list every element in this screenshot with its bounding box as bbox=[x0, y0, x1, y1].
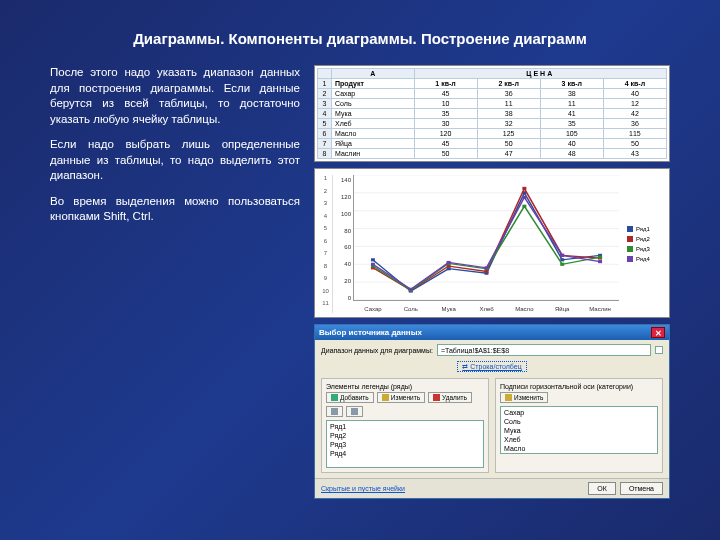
cancel-button[interactable]: Отмена bbox=[620, 482, 663, 495]
chart-plot-area: СахарСольМукаХлебМаслоЯйцаМаслин bbox=[353, 175, 619, 301]
header-cell: Продукт bbox=[332, 79, 415, 89]
range-label: Диапазон данных для диаграммы: bbox=[321, 347, 433, 354]
price-header: ЦЕНА bbox=[414, 69, 667, 79]
categories-listbox[interactable]: СахарСольМукаХлебМасло bbox=[500, 406, 658, 454]
cell: 45 bbox=[414, 139, 477, 149]
move-up-button[interactable] bbox=[326, 406, 343, 417]
legend-label: Ряд3 bbox=[636, 246, 650, 252]
move-down-button[interactable] bbox=[346, 406, 363, 417]
cell: 120 bbox=[414, 129, 477, 139]
legend-label: Ряд2 bbox=[636, 236, 650, 242]
chart-panel: 1234567891011 140120100806040200 СахарСо… bbox=[314, 168, 670, 318]
row-number: 4 bbox=[318, 109, 332, 119]
row-number: 6 bbox=[318, 129, 332, 139]
legend-group-label: Элементы легенды (ряды) bbox=[326, 383, 484, 390]
corner-cell bbox=[318, 69, 332, 79]
cell: Соль bbox=[332, 99, 415, 109]
hidden-cells-link[interactable]: Скрытые и пустые ячейки bbox=[321, 482, 405, 495]
svg-rect-26 bbox=[522, 205, 526, 208]
list-item[interactable]: Ряд1 bbox=[328, 422, 482, 431]
svg-rect-30 bbox=[409, 288, 413, 291]
paragraph: Во время выделения можно пользоваться кн… bbox=[50, 194, 300, 225]
list-item[interactable]: Мука bbox=[502, 426, 656, 435]
header-cell: 4 кв-л bbox=[603, 79, 666, 89]
cell: 12 bbox=[603, 99, 666, 109]
cell: 38 bbox=[477, 109, 540, 119]
cell: 45 bbox=[414, 89, 477, 99]
svg-rect-28 bbox=[598, 256, 602, 259]
arrow-up-icon bbox=[331, 408, 338, 415]
header-cell: 3 кв-л bbox=[540, 79, 603, 89]
cell: 40 bbox=[540, 139, 603, 149]
svg-rect-8 bbox=[371, 258, 375, 261]
close-icon[interactable]: ✕ bbox=[651, 327, 665, 338]
svg-rect-19 bbox=[522, 187, 526, 190]
svg-rect-27 bbox=[560, 263, 564, 266]
dialog-title: Выбор источника данных bbox=[319, 328, 422, 337]
svg-rect-29 bbox=[371, 263, 375, 266]
chart-legend: Ряд1Ряд2Ряд3Ряд4 bbox=[623, 175, 665, 313]
cell: 50 bbox=[414, 149, 477, 159]
list-item[interactable]: Сахар bbox=[502, 408, 656, 417]
cell: 47 bbox=[477, 149, 540, 159]
cell: Мука bbox=[332, 109, 415, 119]
svg-rect-31 bbox=[447, 261, 451, 264]
cell: 105 bbox=[540, 129, 603, 139]
svg-rect-32 bbox=[485, 266, 489, 269]
list-item[interactable]: Ряд2 bbox=[328, 431, 482, 440]
add-series-button[interactable]: Добавить bbox=[326, 392, 374, 403]
list-item[interactable]: Хлеб bbox=[502, 435, 656, 444]
list-item[interactable]: Ряд4 bbox=[328, 449, 482, 458]
legend-swatch-icon bbox=[627, 246, 633, 252]
cell: 115 bbox=[603, 129, 666, 139]
cell: 35 bbox=[540, 119, 603, 129]
cell: 32 bbox=[477, 119, 540, 129]
legend-swatch-icon bbox=[627, 256, 633, 262]
svg-rect-35 bbox=[598, 260, 602, 263]
cell: 35 bbox=[414, 109, 477, 119]
pencil-icon bbox=[505, 394, 512, 401]
edit-series-button[interactable]: Изменить bbox=[377, 392, 425, 403]
row-number: 5 bbox=[318, 119, 332, 129]
body-text: После этого надо указать диапазон данных… bbox=[50, 65, 300, 499]
switch-row-col-button[interactable]: ⇄ Строка/столбец bbox=[457, 361, 526, 372]
cell: Хлеб bbox=[332, 119, 415, 129]
series-listbox[interactable]: Ряд1Ряд2Ряд3Ряд4 bbox=[326, 420, 484, 468]
x-icon bbox=[433, 394, 440, 401]
range-input[interactable] bbox=[437, 344, 651, 356]
svg-rect-33 bbox=[522, 196, 526, 199]
spreadsheet-table: A ЦЕНА 1 Продукт 1 кв-л 2 кв-л 3 кв-л 4 … bbox=[314, 65, 670, 162]
cell: Сахар bbox=[332, 89, 415, 99]
svg-rect-18 bbox=[485, 270, 489, 273]
remove-series-button[interactable]: Удалить bbox=[428, 392, 472, 403]
header-cell: 1 кв-л bbox=[414, 79, 477, 89]
edit-categories-button[interactable]: Изменить bbox=[500, 392, 548, 403]
legend-swatch-icon bbox=[627, 226, 633, 232]
legend-swatch-icon bbox=[627, 236, 633, 242]
cell: 11 bbox=[540, 99, 603, 109]
ok-button[interactable]: ОК bbox=[588, 482, 616, 495]
row-number: 2 bbox=[318, 89, 332, 99]
paragraph: Если надо выбрать лишь определенные данн… bbox=[50, 137, 300, 184]
data-source-dialog: Выбор источника данных ✕ Диапазон данных… bbox=[314, 324, 670, 499]
list-item[interactable]: Масло bbox=[502, 444, 656, 453]
legend-label: Ряд4 bbox=[636, 256, 650, 262]
row-number: 8 bbox=[318, 149, 332, 159]
cell: Яйца bbox=[332, 139, 415, 149]
cell: 10 bbox=[414, 99, 477, 109]
range-picker-icon[interactable] bbox=[655, 346, 663, 354]
paragraph: После этого надо указать диапазон данных… bbox=[50, 65, 300, 127]
cell: 43 bbox=[603, 149, 666, 159]
chart-x-axis: СахарСольМукаХлебМаслоЯйцаМаслин bbox=[354, 306, 619, 312]
pencil-icon bbox=[382, 394, 389, 401]
list-item[interactable]: Соль bbox=[502, 417, 656, 426]
header-cell: 2 кв-л bbox=[477, 79, 540, 89]
cell: 36 bbox=[603, 119, 666, 129]
svg-rect-34 bbox=[560, 254, 564, 257]
cell: 125 bbox=[477, 129, 540, 139]
cell: 41 bbox=[540, 109, 603, 119]
cell: 30 bbox=[414, 119, 477, 129]
col-header: A bbox=[332, 69, 415, 79]
cell: 50 bbox=[477, 139, 540, 149]
list-item[interactable]: Ряд3 bbox=[328, 440, 482, 449]
